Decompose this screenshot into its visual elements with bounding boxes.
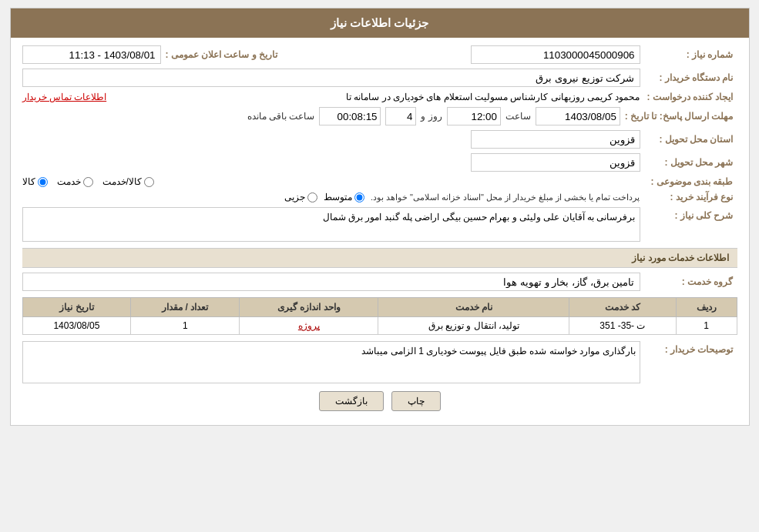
category-radio-kala-khadamat[interactable] bbox=[144, 177, 154, 187]
col-service-name: نام خدمت bbox=[378, 298, 569, 317]
col-quantity: تعداد / مقدار bbox=[131, 298, 240, 317]
cell-service-code: ت -35- 351 bbox=[569, 317, 676, 335]
category-label: طبقه بندی موضوعی : bbox=[645, 176, 737, 187]
process-radio-jozi[interactable] bbox=[307, 192, 317, 202]
creator-row: ایجاد کننده درخواست : محمود کریمی روزبها… bbox=[22, 92, 737, 102]
creator-label: ایجاد کننده درخواست : bbox=[645, 92, 737, 102]
main-container: جزئیات اطلاعات نیاز شماره نیاز : تاریخ و… bbox=[10, 8, 750, 426]
buyer-desc-row: توصیحات خریدار : بارگذاری موارد خواسته ش… bbox=[22, 341, 737, 383]
creator-contact-link[interactable]: اطلاعات تماس خریدار bbox=[22, 92, 107, 102]
general-desc-row: شرح کلی نیاز : برفرسانی به آقایان علی ول… bbox=[22, 207, 737, 242]
deadline-days-input bbox=[385, 107, 416, 125]
deadline-remaining-label: ساعت باقی مانده bbox=[247, 111, 315, 122]
process-content: پرداخت تمام یا بخشی از مبلغ خریدار از مح… bbox=[22, 192, 640, 202]
province-label: استان محل تحویل : bbox=[645, 134, 737, 145]
content-area: شماره نیاز : تاریخ و ساعت اعلان عمومی : … bbox=[11, 38, 749, 425]
table-row: 1 ت -35- 351 تولید، انتقال و توزیع برق پ… bbox=[22, 317, 737, 335]
col-unit: واحد اندازه گیری bbox=[240, 298, 378, 317]
buyer-station-label: نام دستگاه خریدار : bbox=[645, 72, 737, 83]
category-label-kala-khadamat: کالا/خدمت bbox=[102, 176, 142, 187]
process-row: نوع فرآیند خرید : پرداخت تمام یا بخشی از… bbox=[22, 192, 737, 202]
announce-date-label: تاریخ و ساعت اعلان عمومی : bbox=[166, 49, 282, 60]
category-radio-group: کالا/خدمت خدمت کالا bbox=[22, 176, 640, 187]
print-button[interactable]: چاپ bbox=[391, 391, 441, 411]
process-option-motavaset[interactable]: متوسط bbox=[324, 192, 364, 202]
services-section-title: اطلاعات خدمات مورد نیاز bbox=[22, 248, 737, 268]
deadline-remaining-input bbox=[319, 107, 381, 125]
cell-date: 1403/08/05 bbox=[22, 317, 131, 335]
button-row: چاپ بازگشت bbox=[22, 391, 737, 411]
cell-row-num: 1 bbox=[676, 317, 737, 335]
category-label-kala: کالا bbox=[22, 176, 35, 187]
category-radio-khadamat[interactable] bbox=[83, 177, 93, 187]
service-group-label: گروه خدمت : bbox=[645, 276, 737, 287]
need-number-label: شماره نیاز : bbox=[645, 49, 737, 60]
deadline-row: مهلت ارسال پاسخ: تا تاریخ : ساعت روز و س… bbox=[22, 107, 737, 125]
services-table: ردیف کد خدمت نام خدمت واحد اندازه گیری ت… bbox=[22, 297, 737, 335]
deadline-date-input bbox=[536, 107, 620, 125]
process-note: پرداخت تمام یا بخشی از مبلغ خریدار از مح… bbox=[371, 192, 640, 202]
deadline-time-label: ساعت bbox=[505, 111, 531, 122]
page-title: جزئیات اطلاعات نیاز bbox=[11, 8, 749, 38]
category-option-kala[interactable]: کالا bbox=[22, 176, 48, 187]
process-radio-motavaset[interactable] bbox=[354, 192, 364, 202]
process-option-jozi[interactable]: جزیی bbox=[284, 192, 317, 202]
city-input bbox=[471, 153, 640, 172]
cell-quantity: 1 bbox=[131, 317, 240, 335]
cell-service-name: تولید، انتقال و توزیع برق bbox=[378, 317, 569, 335]
category-label-khadamat: خدمت bbox=[57, 176, 81, 187]
general-desc-textarea[interactable]: برفرسانی به آقایان علی ولیئی و بهرام حسی… bbox=[22, 207, 640, 242]
announce-date-input bbox=[22, 45, 161, 64]
city-label: شهر محل تحویل : bbox=[645, 157, 737, 168]
category-row: طبقه بندی موضوعی : کالا/خدمت خدمت کالا bbox=[22, 176, 737, 187]
province-input bbox=[471, 130, 640, 149]
back-button[interactable]: بازگشت bbox=[319, 391, 384, 411]
service-group-input bbox=[22, 273, 640, 291]
process-label-motavaset: متوسط bbox=[324, 192, 352, 202]
creator-value: محمود کریمی روزبهانی کارشناس مسولیت استع… bbox=[111, 92, 640, 102]
buyer-station-row: نام دستگاه خریدار : bbox=[22, 69, 737, 87]
col-row-num: ردیف bbox=[676, 298, 737, 317]
category-option-khadamat[interactable]: خدمت bbox=[57, 176, 93, 187]
category-option-kala-khadamat[interactable]: کالا/خدمت bbox=[102, 176, 154, 187]
deadline-time-input bbox=[447, 107, 501, 125]
services-table-section: ردیف کد خدمت نام خدمت واحد اندازه گیری ت… bbox=[22, 297, 737, 335]
col-date: تاریخ نیاز bbox=[22, 298, 131, 317]
deadline-days-label: روز و bbox=[421, 111, 442, 122]
process-label: نوع فرآیند خرید : bbox=[645, 192, 737, 202]
need-number-input bbox=[471, 45, 640, 64]
need-number-row: شماره نیاز : تاریخ و ساعت اعلان عمومی : bbox=[22, 45, 737, 64]
buyer-desc-textarea[interactable]: بارگذاری موارد خواسته شده طبق فایل پیوست… bbox=[22, 341, 640, 383]
buyer-desc-label: توصیحات خریدار : bbox=[645, 341, 737, 355]
province-row: استان محل تحویل : bbox=[22, 130, 737, 149]
process-label-jozi: جزیی bbox=[284, 192, 305, 202]
general-desc-label: شرح کلی نیاز : bbox=[645, 207, 737, 221]
cell-unit: پروژه bbox=[240, 317, 378, 335]
service-group-row: گروه خدمت : bbox=[22, 273, 737, 291]
col-service-code: کد خدمت bbox=[569, 298, 676, 317]
city-row: شهر محل تحویل : bbox=[22, 153, 737, 172]
buyer-station-input bbox=[22, 69, 640, 87]
category-radio-kala[interactable] bbox=[38, 177, 48, 187]
deadline-label: مهلت ارسال پاسخ: تا تاریخ : bbox=[625, 111, 737, 122]
